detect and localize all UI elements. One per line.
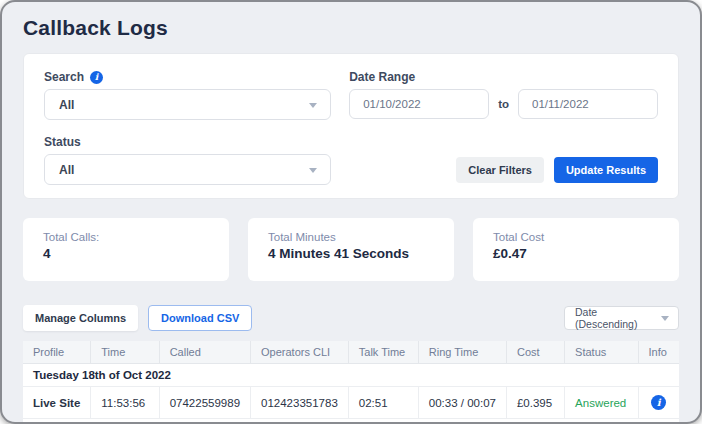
date-range-inputs: to <box>349 89 658 119</box>
date-group-row: Tuesday 18th of Oct 2022 <box>23 364 679 387</box>
chevron-down-icon <box>309 168 317 173</box>
cell-time: 11:53:56 <box>91 387 159 419</box>
download-csv-button[interactable]: Download CSV <box>148 305 252 331</box>
update-results-button[interactable]: Update Results <box>554 157 658 183</box>
summary-cards: Total Calls: 4 Total Minutes 4 Minutes 4… <box>23 218 679 281</box>
total-calls-value: 4 <box>43 246 209 261</box>
cell-talk-time: 02:51 <box>348 387 418 419</box>
status-label-row: Status <box>44 135 331 149</box>
cell-profile: Live Site <box>23 387 91 419</box>
date-range-label: Date Range <box>349 70 415 84</box>
date-range-label-row: Date Range <box>349 70 658 84</box>
total-cost-label: Total Cost <box>493 231 659 243</box>
total-cost-card: Total Cost £0.47 <box>473 218 679 281</box>
search-info-icon[interactable]: i <box>90 71 103 84</box>
total-cost-value: £0.47 <box>493 246 659 261</box>
clear-filters-button[interactable]: Clear Filters <box>456 157 544 183</box>
table-toolbar: Manage Columns Download CSV Date (Descen… <box>23 305 679 331</box>
callback-logs-table: Profile Time Called Operators CLI Talk T… <box>23 341 679 424</box>
chevron-down-icon <box>661 316 669 321</box>
page-title: Callback Logs <box>23 16 679 40</box>
total-minutes-label: Total Minutes <box>268 231 434 243</box>
cell-cost: £0.395 <box>506 387 564 419</box>
column-header-cost[interactable]: Cost <box>506 341 564 364</box>
status-label: Status <box>44 135 81 149</box>
total-calls-label: Total Calls: <box>43 231 209 243</box>
column-header-talk-time[interactable]: Talk Time <box>348 341 418 364</box>
search-select-value: All <box>59 98 74 112</box>
cell-called: 07422559989 <box>159 387 250 419</box>
filter-actions: Clear Filters Update Results <box>349 135 658 185</box>
date-range-to-label: to <box>498 98 509 110</box>
cell-operators-cli: 012423351783 <box>251 387 349 419</box>
search-select[interactable]: All <box>44 89 331 120</box>
filter-panel: Search i All Date Range to <box>23 53 679 199</box>
column-header-ring-time[interactable]: Ring Time <box>418 341 506 364</box>
info-icon[interactable]: i <box>651 395 666 410</box>
search-label: Search <box>44 70 84 84</box>
table-row[interactable]: Live Site 11:53:56 07422559989 012423351… <box>23 387 679 419</box>
manage-columns-button[interactable]: Manage Columns <box>23 305 138 331</box>
status-badge: Answered <box>565 387 638 419</box>
callback-logs-window: Callback Logs Search i All Date Range <box>0 0 702 424</box>
column-header-info[interactable]: Info <box>638 341 679 364</box>
cell-info: i <box>638 387 679 419</box>
chevron-down-icon <box>309 103 317 108</box>
column-header-operators-cli[interactable]: Operators CLI <box>251 341 349 364</box>
status-filter-group: Status All <box>44 135 331 185</box>
status-select[interactable]: All <box>44 154 331 185</box>
date-group-label: Wednesday 19th of Oct 2022 <box>23 419 679 424</box>
table-header-row: Profile Time Called Operators CLI Talk T… <box>23 341 679 364</box>
column-header-status[interactable]: Status <box>565 341 638 364</box>
sort-select[interactable]: Date (Descending) <box>564 306 679 330</box>
date-group-label: Tuesday 18th of Oct 2022 <box>23 364 679 387</box>
total-calls-card: Total Calls: 4 <box>23 218 229 281</box>
total-minutes-value: 4 Minutes 41 Seconds <box>268 246 434 261</box>
column-header-profile[interactable]: Profile <box>23 341 91 364</box>
date-group-row: Wednesday 19th of Oct 2022 <box>23 419 679 424</box>
date-to-input[interactable] <box>518 89 658 119</box>
column-header-called[interactable]: Called <box>159 341 250 364</box>
search-filter-group: Search i All <box>44 70 331 120</box>
cell-ring-time: 00:33 / 00:07 <box>418 387 506 419</box>
date-range-filter-group: Date Range to <box>349 70 658 120</box>
column-header-time[interactable]: Time <box>91 341 159 364</box>
total-minutes-card: Total Minutes 4 Minutes 41 Seconds <box>248 218 454 281</box>
sort-select-value: Date (Descending) <box>575 306 656 330</box>
date-from-input[interactable] <box>349 89 489 119</box>
search-label-row: Search i <box>44 70 331 84</box>
status-select-value: All <box>59 163 74 177</box>
